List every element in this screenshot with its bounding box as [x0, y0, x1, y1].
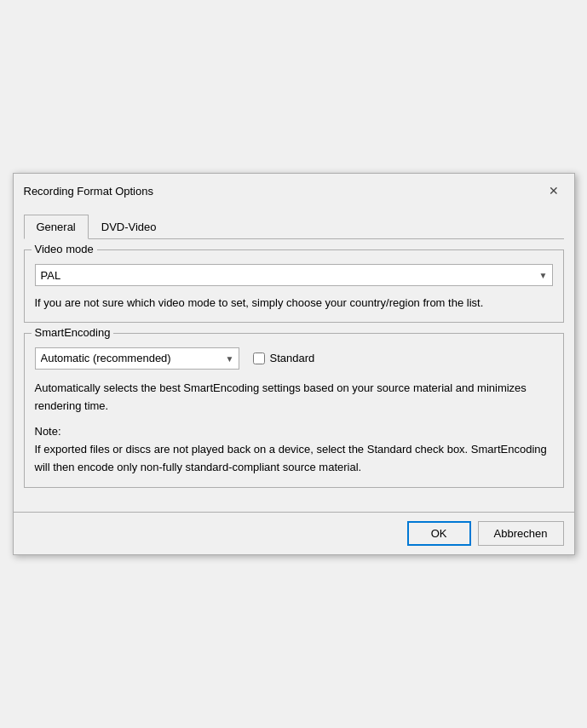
- dialog-footer: OK Abbrechen: [14, 512, 574, 554]
- smart-encoding-content: Automatic (recommended) Manual ▼ Standar…: [35, 347, 553, 477]
- ok-button[interactable]: OK: [407, 521, 471, 546]
- note-label: Note:: [35, 425, 61, 438]
- video-mode-content: PAL NTSC ▼ If you are not sure which vid…: [35, 264, 553, 312]
- standard-checkbox[interactable]: [253, 353, 265, 364]
- video-mode-select-wrapper: PAL NTSC ▼: [35, 264, 553, 286]
- smart-encoding-group: SmartEncoding Automatic (recommended) Ma…: [24, 333, 564, 488]
- encoding-description: Automatically selects the best SmartEnco…: [35, 380, 553, 416]
- note-section: Note: If exported files or discs are not…: [35, 423, 553, 476]
- cancel-button[interactable]: Abbrechen: [478, 521, 564, 546]
- tab-general[interactable]: General: [24, 215, 89, 239]
- dialog-content: General DVD-Video Video mode PAL NTSC ▼ …: [14, 208, 574, 507]
- close-button[interactable]: ✕: [544, 181, 564, 201]
- title-bar: Recording Format Options ✕: [14, 174, 574, 208]
- standard-checkbox-label[interactable]: Standard: [253, 352, 315, 364]
- video-mode-select[interactable]: PAL NTSC: [35, 264, 553, 286]
- encoding-row: Automatic (recommended) Manual ▼ Standar…: [35, 347, 553, 370]
- note-text: If exported files or discs are not playe…: [35, 443, 547, 473]
- video-mode-help: If you are not sure which video mode to …: [35, 295, 553, 312]
- dialog-title: Recording Format Options: [24, 185, 153, 198]
- standard-label: Standard: [270, 352, 315, 364]
- encoding-select-wrapper: Automatic (recommended) Manual ▼: [35, 347, 239, 370]
- smart-encoding-label: SmartEncoding: [32, 326, 114, 339]
- video-mode-group: Video mode PAL NTSC ▼ If you are not sur…: [24, 249, 564, 323]
- video-mode-label: Video mode: [32, 243, 97, 255]
- encoding-select[interactable]: Automatic (recommended) Manual: [35, 347, 239, 370]
- tab-dvd-video[interactable]: DVD-Video: [89, 215, 170, 239]
- dialog: Recording Format Options ✕ General DVD-V…: [13, 173, 575, 554]
- tabs: General DVD-Video: [24, 215, 564, 239]
